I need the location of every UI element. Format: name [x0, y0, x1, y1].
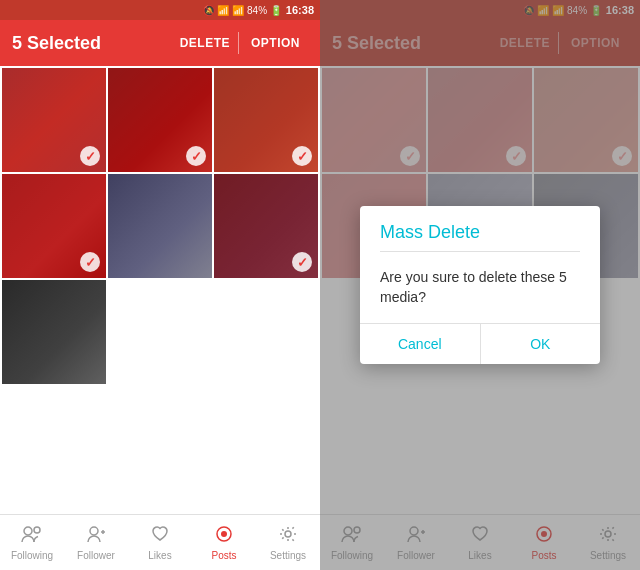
grid-cell-7[interactable]	[2, 280, 106, 384]
dialog-ok-button[interactable]: OK	[481, 324, 601, 364]
nav-following[interactable]: Following	[0, 521, 64, 565]
left-top-bar: 5 Selected DELETE OPTION	[0, 20, 320, 66]
nav-settings[interactable]: Settings	[256, 521, 320, 565]
left-selection-count: 5 Selected	[12, 33, 101, 54]
svg-point-0	[24, 527, 32, 535]
nav-posts[interactable]: Posts	[192, 521, 256, 565]
grid-cell-3[interactable]: ✓	[214, 68, 318, 172]
grid-cell-6[interactable]: ✓	[214, 174, 318, 278]
nav-likes[interactable]: Likes	[128, 521, 192, 565]
dialog-overlay: Mass Delete Are you sure to delete these…	[320, 0, 640, 570]
dialog-title: Mass Delete	[360, 206, 600, 251]
left-option-button[interactable]: OPTION	[243, 32, 308, 54]
dialog-body: Are you sure to delete these 5 media?	[360, 252, 600, 323]
dialog-cancel-button[interactable]: Cancel	[360, 324, 481, 364]
grid-cell-5[interactable]	[108, 174, 212, 278]
settings-icon	[278, 525, 298, 548]
svg-point-7	[285, 531, 291, 537]
svg-point-1	[34, 527, 40, 533]
left-top-actions: DELETE OPTION	[172, 32, 308, 54]
grid-cell-2[interactable]: ✓	[108, 68, 212, 172]
svg-point-6	[221, 531, 227, 537]
grid-cell-4[interactable]: ✓	[2, 174, 106, 278]
dialog-buttons-row: Cancel OK	[360, 324, 600, 364]
following-label: Following	[11, 550, 53, 561]
left-delete-button[interactable]: DELETE	[172, 32, 239, 54]
cell-4-check: ✓	[80, 252, 100, 272]
cell-1-check: ✓	[80, 146, 100, 166]
grid-cell-1[interactable]: ✓	[2, 68, 106, 172]
left-image-grid: ✓ ✓ ✓ ✓ ✓	[0, 66, 320, 386]
left-time: 16:38	[286, 4, 314, 16]
cell-6-check: ✓	[292, 252, 312, 272]
posts-icon	[214, 525, 234, 548]
posts-label: Posts	[211, 550, 236, 561]
cell-2-check: ✓	[186, 146, 206, 166]
left-status-bar: 🔕 📶 📶 84% 🔋 16:38	[0, 0, 320, 20]
settings-label: Settings	[270, 550, 306, 561]
following-icon	[21, 525, 43, 548]
dialog-actions: Cancel OK	[360, 323, 600, 364]
follower-icon	[86, 525, 106, 548]
likes-icon	[150, 525, 170, 548]
left-grid-area: ✓ ✓ ✓ ✓ ✓	[0, 66, 320, 514]
svg-point-2	[90, 527, 98, 535]
mass-delete-dialog: Mass Delete Are you sure to delete these…	[360, 206, 600, 364]
likes-label: Likes	[148, 550, 171, 561]
cell-3-check: ✓	[292, 146, 312, 166]
nav-follower[interactable]: Follower	[64, 521, 128, 565]
right-panel: 🔕 📶 📶 84% 🔋 16:38 5 Selected DELETE OPTI…	[320, 0, 640, 570]
left-status-icons: 🔕 📶 📶 84% 🔋	[203, 5, 282, 16]
follower-label: Follower	[77, 550, 115, 561]
left-bottom-nav: Following Follower Likes Posts Settings	[0, 514, 320, 570]
left-panel: 🔕 📶 📶 84% 🔋 16:38 5 Selected DELETE OPTI…	[0, 0, 320, 570]
